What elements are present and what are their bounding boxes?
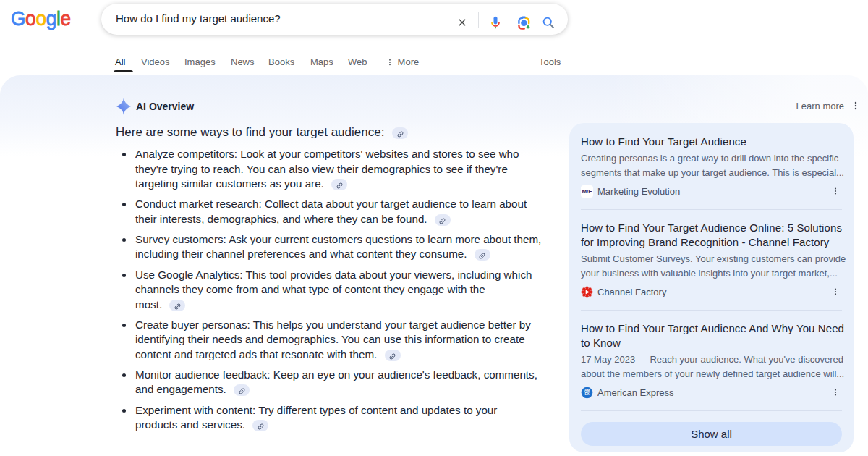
svg-text:AM: AM <box>584 389 590 392</box>
svg-text:EX: EX <box>584 392 590 396</box>
